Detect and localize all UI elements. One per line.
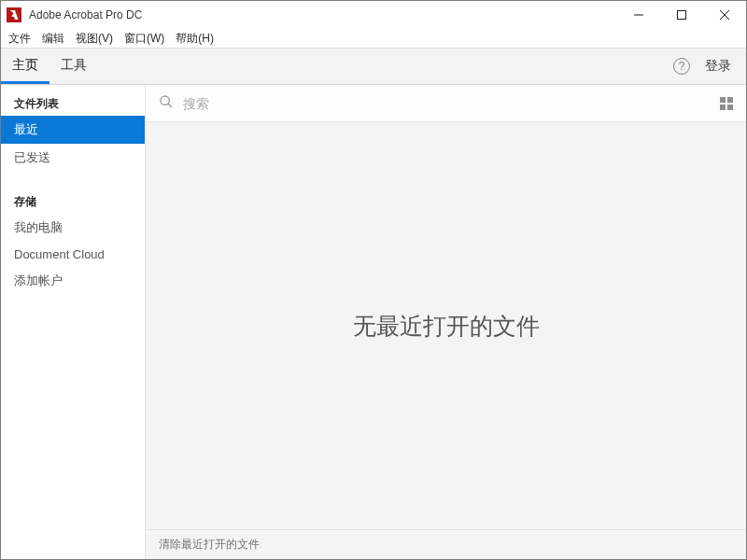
minimize-button[interactable]: [617, 1, 660, 29]
svg-rect-1: [678, 11, 686, 20]
sidebar-section-storage: 存储: [1, 183, 145, 214]
search-icon: [159, 94, 174, 113]
toolbar: 主页 工具 ? 登录: [1, 48, 746, 85]
close-button[interactable]: [703, 1, 746, 29]
window-controls: [617, 1, 746, 29]
menu-window[interactable]: 窗口(W): [124, 31, 164, 47]
menu-view[interactable]: 视图(V): [76, 31, 113, 47]
svg-point-4: [161, 96, 169, 105]
search-bar: [146, 85, 746, 122]
tab-tools[interactable]: 工具: [49, 49, 98, 84]
sidebar-item-my-computer[interactable]: 我的电脑: [1, 214, 145, 242]
view-grid-icon[interactable]: [720, 97, 733, 110]
content-area: 无最近打开的文件: [146, 122, 746, 529]
tab-home[interactable]: 主页: [1, 49, 49, 84]
empty-state-message: 无最近打开的文件: [353, 311, 540, 342]
body: 文件列表 最近 已发送 存储 我的电脑 Document Cloud 添加帐户 …: [1, 85, 746, 559]
clear-recent-link[interactable]: 清除最近打开的文件: [159, 537, 260, 553]
sidebar-item-sent[interactable]: 已发送: [1, 144, 145, 172]
sidebar-item-add-account[interactable]: 添加帐户: [1, 267, 145, 295]
app-icon: [7, 7, 21, 22]
sidebar-item-recent[interactable]: 最近: [1, 116, 145, 144]
sidebar-item-document-cloud[interactable]: Document Cloud: [1, 242, 145, 267]
footer-bar: 清除最近打开的文件: [146, 529, 746, 559]
login-button[interactable]: 登录: [705, 58, 731, 75]
help-icon[interactable]: ?: [673, 58, 690, 75]
sidebar: 文件列表 最近 已发送 存储 我的电脑 Document Cloud 添加帐户: [1, 85, 146, 559]
main-panel: 无最近打开的文件 清除最近打开的文件: [146, 85, 746, 559]
maximize-button[interactable]: [660, 1, 703, 29]
app-window: Adobe Acrobat Pro DC 文件 编辑 视图(V) 窗口(W) 帮…: [0, 0, 747, 560]
menubar: 文件 编辑 视图(V) 窗口(W) 帮助(H): [1, 29, 746, 48]
search-input[interactable]: [183, 96, 711, 111]
menu-help[interactable]: 帮助(H): [176, 31, 214, 47]
svg-line-5: [168, 104, 172, 107]
menu-edit[interactable]: 编辑: [42, 31, 64, 47]
window-title: Adobe Acrobat Pro DC: [29, 8, 142, 21]
titlebar: Adobe Acrobat Pro DC: [1, 1, 746, 29]
sidebar-section-files: 文件列表: [1, 85, 145, 116]
menu-file[interactable]: 文件: [8, 31, 31, 47]
